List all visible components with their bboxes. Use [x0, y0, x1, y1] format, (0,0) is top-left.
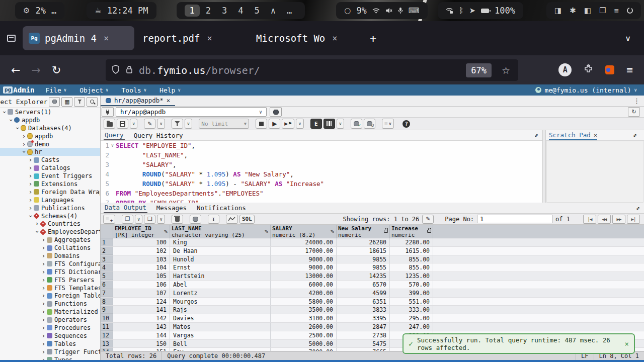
edit-button[interactable]: ✎ — [144, 119, 155, 129]
last-page-button[interactable]: ▶| — [627, 215, 640, 224]
filter-dropdown[interactable]: ∨ — [185, 119, 192, 129]
column-header-employee-id[interactable]: EMPLOYEE_ID[PK] integer✎ — [113, 225, 170, 238]
table-cell[interactable]: Mourgos — [170, 298, 271, 306]
browser-tab[interactable]: Microsoft Wo× — [250, 26, 362, 50]
table-cell[interactable]: 103 — [113, 255, 170, 263]
copy-button[interactable]: ❐ — [122, 215, 133, 224]
table-cell[interactable]: De Haan — [170, 247, 271, 255]
list-all-tabs-icon[interactable]: ∨ — [625, 34, 631, 43]
table-cell[interactable]: 6000.00 — [271, 281, 337, 289]
connection-status-button[interactable] — [102, 107, 114, 117]
tree-item-fts-parsers[interactable]: ›FTS Parsers — [0, 276, 100, 284]
table-cell[interactable]: 151 — [113, 348, 170, 351]
explain-dropdown[interactable]: ∨ — [337, 119, 344, 129]
tree-item-casts[interactable]: ›Casts — [0, 156, 100, 164]
browser-tab[interactable]: report.pdf× — [136, 26, 248, 50]
table-cell[interactable]: 2500.00 — [271, 331, 337, 339]
table-cell[interactable]: 24000.00 — [271, 238, 337, 246]
tree-item-countries[interactable]: ›Countries — [0, 220, 100, 228]
table-cell[interactable]: Lorentz — [170, 289, 271, 297]
bookmark-star-icon[interactable]: ☆ — [502, 65, 510, 76]
column-header-salary[interactable]: SALARYnumeric (8,2)✎ — [271, 225, 337, 238]
table-cell[interactable]: 107 — [113, 289, 170, 297]
close-tab-icon[interactable]: × — [167, 97, 171, 104]
new-connection-button[interactable] — [270, 107, 282, 117]
paste-button[interactable]: ❏ — [144, 215, 155, 224]
expand-arrow-icon[interactable]: › — [27, 157, 34, 163]
tab-notifications[interactable]: Notifications — [196, 203, 247, 213]
tree-item-procedures[interactable]: ›Procedures — [0, 324, 100, 332]
tree-item-aggregates[interactable]: ›Aggregates — [0, 236, 100, 244]
forward-button[interactable]: → — [31, 64, 40, 76]
table-cell[interactable]: 855.00 — [390, 263, 433, 272]
table-cell[interactable]: Ernst — [170, 263, 271, 272]
table-cell[interactable]: 2738 — [337, 331, 390, 339]
search-objects-button[interactable] — [87, 97, 98, 107]
expand-arrow-icon[interactable]: › — [27, 181, 34, 187]
files-icon[interactable]: ❐ — [599, 6, 606, 15]
tree-item-trigger-functions[interactable]: ›Trigger Functions — [0, 348, 100, 356]
graph-visualiser-button[interactable] — [226, 215, 238, 224]
table-cell[interactable]: Matos — [170, 323, 271, 331]
copy-dropdown[interactable]: ∨ — [135, 215, 142, 224]
expand-arrow-icon[interactable]: › — [40, 237, 47, 243]
table-cell[interactable]: 333.00 — [390, 306, 433, 314]
table-cell[interactable]: 150 — [113, 340, 170, 348]
url-text[interactable]: db.fymio.us/browser/ — [139, 64, 260, 76]
table-cell[interactable]: 106 — [113, 281, 170, 289]
panel-kebab-icon[interactable]: ⋮ — [633, 97, 640, 105]
collapse-arrow-icon[interactable]: › — [2, 109, 8, 115]
table-cell[interactable]: 5475 — [337, 340, 390, 348]
account-icon[interactable]: A — [558, 63, 572, 76]
first-page-button[interactable]: |◀ — [583, 215, 596, 224]
table-cell[interactable]: 3395 — [337, 314, 390, 322]
table-cell[interactable]: Davies — [170, 314, 271, 322]
clock[interactable]: ☕ 12:24 PM — [87, 2, 156, 19]
table-cell[interactable]: Abel — [170, 281, 271, 289]
expand-arrow-icon[interactable]: › — [40, 309, 47, 315]
download-button[interactable]: ↧ — [208, 215, 219, 224]
tree-item-foreign-tables[interactable]: ›Foreign Tables — [0, 292, 100, 300]
tree-item-collations[interactable]: ›Collations — [0, 244, 100, 252]
table-cell[interactable]: 551.00 — [390, 298, 433, 306]
row-number-cell[interactable]: 4 — [101, 263, 113, 272]
tree-item-fts-configurations[interactable]: ›FTS Configurations — [0, 260, 100, 268]
row-number-cell[interactable]: 10 — [101, 314, 113, 322]
tree-item-appdb[interactable]: ›appdb — [0, 116, 100, 124]
expand-arrow-icon[interactable]: › — [27, 205, 34, 211]
collapse-arrow-icon[interactable]: › — [34, 229, 40, 235]
workspace-button[interactable]: 3 — [217, 5, 232, 17]
table-cell[interactable]: 141 — [113, 306, 170, 314]
tab-messages[interactable]: Messages — [155, 203, 188, 213]
table-cell[interactable]: Vargas — [170, 331, 271, 339]
next-page-button[interactable]: ▶▶ — [612, 215, 625, 224]
row-number-cell[interactable]: 8 — [101, 298, 113, 306]
expand-arrow-icon[interactable]: › — [27, 165, 34, 171]
settings-lines-icon[interactable]: ≡ — [614, 6, 618, 15]
table-cell[interactable]: 13000.00 — [271, 272, 337, 280]
scratch-pad-textarea[interactable] — [546, 141, 643, 203]
table-cell[interactable]: 6570 — [337, 281, 390, 289]
account-menu[interactable]: me@fymio.us (internal)∨ — [535, 86, 637, 94]
tree-item-demo[interactable]: ›demo — [0, 140, 100, 148]
row-number-cell[interactable]: 14 — [101, 348, 113, 351]
table-cell[interactable]: 9855 — [337, 263, 390, 272]
fold-arrow-icon[interactable]: ∨ — [109, 141, 116, 150]
table-cell[interactable]: Hunold — [170, 255, 271, 263]
expand-panel-icon[interactable]: ↕ — [533, 131, 540, 139]
expand-arrow-icon[interactable]: › — [40, 349, 47, 355]
tree-item-tables[interactable]: ›Tables — [0, 340, 100, 348]
workspace-button[interactable]: ∧ — [266, 5, 281, 17]
color-picker-icon[interactable]: ✱ — [570, 6, 576, 15]
row-number-cell[interactable]: 13 — [101, 340, 113, 348]
tab-query-history[interactable]: Query History — [133, 130, 184, 140]
tab-query[interactable]: Query — [104, 130, 125, 140]
expand-arrow-icon[interactable]: › — [40, 285, 47, 291]
menu-file[interactable]: File∨ — [45, 86, 66, 94]
cpu-indicator[interactable]: ⚙ 2% … — [15, 2, 64, 19]
filter-button[interactable] — [172, 119, 183, 129]
tree-item-materialized-views[interactable]: ›Materialized Views — [0, 308, 100, 316]
prev-page-button[interactable]: ◀◀ — [598, 215, 611, 224]
delete-row-button[interactable] — [172, 215, 183, 224]
paste-dropdown[interactable]: ∨ — [157, 215, 165, 224]
